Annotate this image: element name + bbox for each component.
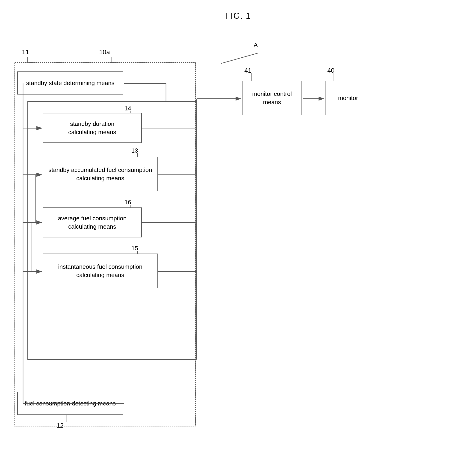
label-11: 11: [22, 48, 29, 56]
box-monitor: monitor: [325, 81, 371, 115]
label-41: 41: [244, 67, 251, 74]
box-standby-accumulated: standby accumulated fuel consumption cal…: [43, 157, 158, 191]
box-average-fuel: average fuel consumption calculating mea…: [43, 208, 142, 237]
box-monitor-control: monitor control means: [242, 81, 302, 115]
svg-line-2: [221, 53, 258, 63]
box-instantaneous-fuel: instantaneous fuel consumption calculati…: [43, 254, 158, 288]
box-standby-duration: standby duration calculating means: [43, 113, 142, 143]
label-10a: 10a: [99, 48, 110, 56]
box-fuel-consumption-detecting: fuel consumption detecting means: [17, 392, 123, 415]
figure-title: FIG. 1: [225, 11, 251, 21]
label-40: 40: [327, 67, 334, 74]
box-standby-state: standby state determining means: [17, 71, 123, 94]
label-A: A: [254, 41, 258, 49]
